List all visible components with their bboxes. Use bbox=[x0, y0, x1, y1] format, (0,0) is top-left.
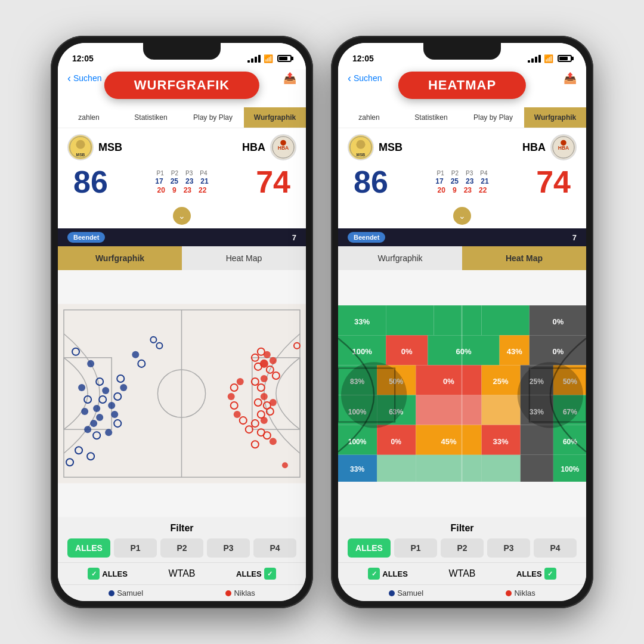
svg-text:MSB: MSB bbox=[76, 153, 85, 157]
phone-wurfgrafik: WURFGRAFIK 12:05 📶 bbox=[51, 36, 313, 608]
sub-tab-heatmap-right[interactable]: Heat Map bbox=[462, 246, 586, 270]
tab-bar-right: zahlen Statistiken Play by Play Wurfgrap… bbox=[338, 107, 586, 128]
tab-statistiken-right[interactable]: Statistiken bbox=[400, 107, 462, 128]
svg-point-15 bbox=[81, 408, 88, 415]
svg-text:33%: 33% bbox=[350, 465, 364, 473]
wifi-icon-right: 📶 bbox=[544, 54, 553, 63]
check-icon-right: ✓ bbox=[368, 568, 380, 580]
filter-p3-left[interactable]: P3 bbox=[207, 538, 250, 558]
team-logo-msb-right: MSB bbox=[348, 134, 374, 160]
team-name-hba-right: HBA bbox=[522, 141, 546, 154]
svg-text:45%: 45% bbox=[441, 437, 456, 446]
team-logo-hba-right: HBA bbox=[550, 134, 577, 160]
bottom-label-alles-left: ALLES bbox=[102, 569, 128, 578]
tab-playbyplay-left[interactable]: Play by Play bbox=[182, 107, 244, 128]
svg-point-50 bbox=[261, 393, 268, 400]
status-icons-right: 📶 bbox=[528, 54, 572, 63]
svg-rect-111 bbox=[482, 395, 521, 425]
battery-icon bbox=[277, 55, 292, 62]
filter-p4-right[interactable]: P4 bbox=[534, 538, 577, 558]
tab-zahlen-left[interactable]: zahlen bbox=[58, 107, 120, 128]
name-row-left: Samuel Niklas bbox=[58, 584, 306, 601]
svg-text:0%: 0% bbox=[443, 377, 454, 386]
tab-wurfgraphik-right[interactable]: Wurfgraphik bbox=[524, 107, 586, 128]
phone-heatmap: HEATMAP 12:05 📶 bbox=[331, 36, 593, 608]
bar3-right bbox=[535, 57, 537, 63]
svg-point-16 bbox=[90, 420, 97, 427]
share-button-right[interactable]: 📤 bbox=[564, 72, 577, 85]
filter-p2-left[interactable]: P2 bbox=[160, 538, 203, 558]
filter-p4-left[interactable]: P4 bbox=[253, 538, 296, 558]
filter-section-right: Filter ALLES P1 P2 P3 P4 bbox=[338, 517, 586, 562]
svg-text:HBA: HBA bbox=[558, 145, 569, 151]
sub-tab-wurfgraphik-left[interactable]: Wurfgraphik bbox=[58, 246, 182, 270]
battery-fill bbox=[279, 57, 287, 60]
svg-point-60 bbox=[270, 438, 277, 445]
scoreboard-right: MSB MSB HBA HBA bbox=[338, 128, 586, 205]
team-name-msb-left: MSB bbox=[98, 141, 122, 154]
filter-alles-left[interactable]: ALLES bbox=[67, 538, 110, 558]
team-logo-hba-left: HBA bbox=[270, 134, 296, 160]
wifi-icon: 📶 bbox=[264, 54, 273, 63]
svg-point-22 bbox=[84, 426, 91, 433]
filter-p2-right[interactable]: P2 bbox=[441, 538, 484, 558]
svg-point-29 bbox=[120, 384, 127, 391]
sub-tab-heatmap-left[interactable]: Heat Map bbox=[182, 246, 306, 270]
svg-rect-110 bbox=[416, 395, 481, 425]
heatmap-area-right: 33% 0% 100% 0% 60% bbox=[338, 270, 586, 517]
time-left: 12:05 bbox=[72, 54, 94, 63]
bottom-label-alles-right: ALLES bbox=[382, 569, 408, 578]
score-hba-left: 74 bbox=[256, 164, 290, 200]
filter-p3-right[interactable]: P3 bbox=[487, 538, 530, 558]
svg-text:0%: 0% bbox=[401, 347, 413, 356]
filter-p1-left[interactable]: P1 bbox=[114, 538, 157, 558]
phones-container: WURFGRAFIK 12:05 📶 bbox=[51, 36, 593, 608]
svg-point-41 bbox=[264, 351, 271, 358]
sub-tab-wurfgraphik-right[interactable]: Wurfgraphik bbox=[338, 246, 462, 270]
dropdown-button-right[interactable]: ⌄ bbox=[453, 207, 471, 225]
tab-wurfgraphik-left[interactable]: Wurfgraphik bbox=[244, 107, 306, 128]
filter-buttons-right: ALLES P1 P2 P3 P4 bbox=[348, 538, 577, 558]
svg-point-69 bbox=[282, 462, 288, 468]
back-button-left[interactable]: ‹ Suchen bbox=[67, 72, 101, 85]
svg-point-47 bbox=[261, 375, 268, 382]
bottom-label-wtab-left: WTAB bbox=[168, 568, 195, 579]
svg-rect-130 bbox=[416, 455, 481, 482]
team-name-hba-left: HBA bbox=[242, 141, 265, 154]
quarter-labels-left: P1 P2 P3 P4 bbox=[157, 170, 208, 177]
bottom-bar-right: ✓ ALLES WTAB ALLES ✓ bbox=[338, 562, 586, 584]
dropdown-row-right: ⌄ bbox=[338, 205, 586, 228]
sub-tabs-right: Wurfgraphik Heat Map bbox=[338, 246, 586, 270]
score-section-left: 86 P1 P2 P3 P4 17 25 23 21 bbox=[67, 164, 296, 205]
filter-alles-right[interactable]: ALLES bbox=[348, 538, 391, 558]
tab-zahlen-right[interactable]: zahlen bbox=[338, 107, 400, 128]
back-label-right: Suchen bbox=[354, 73, 382, 83]
status-badge-right: Beendet bbox=[348, 232, 385, 243]
score-hba-right: 74 bbox=[536, 164, 571, 200]
tab-playbyplay-right[interactable]: Play by Play bbox=[462, 107, 524, 128]
tab-statistiken-left[interactable]: Statistiken bbox=[120, 107, 182, 128]
svg-text:HBA: HBA bbox=[278, 145, 289, 151]
back-button-right[interactable]: ‹ Suchen bbox=[348, 72, 382, 85]
svg-text:33%: 33% bbox=[354, 317, 370, 326]
dot-samuel-left bbox=[109, 590, 114, 596]
dot-niklas-left bbox=[225, 590, 231, 596]
bottom-item-alles-right: ✓ ALLES bbox=[368, 568, 408, 580]
dropdown-button-left[interactable]: ⌄ bbox=[173, 207, 191, 225]
svg-point-68 bbox=[237, 378, 244, 385]
name-samuel-right: Samuel bbox=[389, 589, 423, 597]
filter-p1-right[interactable]: P1 bbox=[394, 538, 437, 558]
status-icons-left: 📶 bbox=[247, 54, 292, 63]
bottom-item-alles-left: ✓ ALLES bbox=[88, 568, 128, 580]
svg-text:0%: 0% bbox=[552, 317, 564, 326]
battery-fill-right bbox=[559, 57, 568, 60]
svg-rect-124 bbox=[521, 425, 553, 455]
svg-text:43%: 43% bbox=[507, 347, 522, 356]
share-button-left[interactable]: 📤 bbox=[283, 72, 296, 85]
back-label-left: Suchen bbox=[73, 73, 101, 83]
quarter-scores-left: P1 P2 P3 P4 17 25 23 21 20 bbox=[155, 170, 208, 194]
filter-title-right: Filter bbox=[348, 523, 577, 534]
heatmap-svg: 33% 0% 100% 0% 60% bbox=[338, 270, 586, 517]
svg-point-53 bbox=[270, 399, 277, 406]
check-icon2-left: ✓ bbox=[264, 568, 276, 580]
